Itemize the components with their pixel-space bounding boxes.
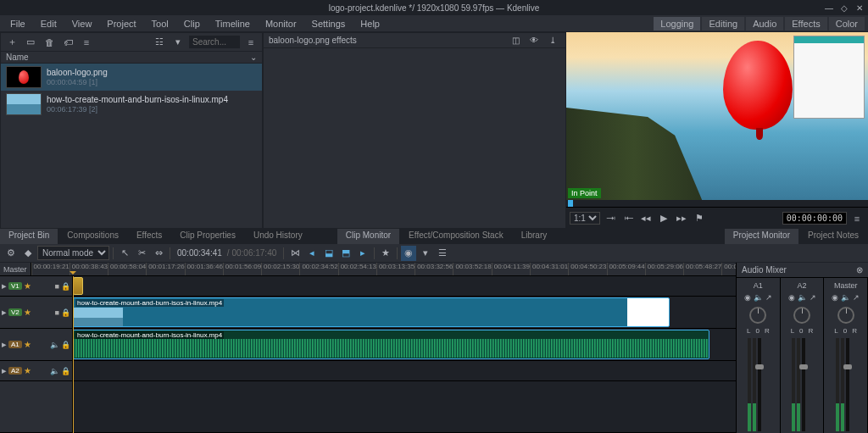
close-icon[interactable]: ✕	[854, 3, 865, 13]
channel-fader[interactable]	[836, 338, 856, 431]
folder-icon[interactable]: ▭	[23, 35, 38, 50]
set-out-icon[interactable]: ⭰	[620, 211, 636, 226]
workspace-tab-effects[interactable]: Effects	[785, 17, 826, 31]
panel-tab-effect-composition-stack[interactable]: Effect/Composition Stack	[400, 229, 513, 244]
timeline-position-timecode[interactable]: 00:00:34:41 / 00:06:17:40	[174, 248, 280, 258]
lock-icon[interactable]: 🔒	[61, 341, 70, 349]
lock-icon[interactable]: 🔒	[61, 282, 70, 291]
monitor-viewport[interactable]: In Point	[566, 32, 868, 200]
search-input[interactable]	[189, 36, 240, 48]
star-icon[interactable]: ★	[24, 308, 31, 317]
filter-icon[interactable]: ≡	[79, 35, 94, 50]
channel-fader[interactable]	[748, 338, 768, 431]
gear-icon[interactable]: ⚙	[3, 246, 19, 261]
mix-icon[interactable]: ⋈	[287, 246, 303, 261]
preview-render-icon[interactable]: ◉	[401, 246, 416, 261]
track-header-v1[interactable]: ▸ V1 ★ ■🔒	[0, 276, 73, 296]
delete-icon[interactable]: 🗑	[42, 35, 57, 50]
workspace-tab-color[interactable]: Color	[829, 17, 865, 31]
zone-out-icon[interactable]: ▸	[355, 246, 370, 261]
add-marker-icon[interactable]: ⚑	[692, 211, 707, 226]
rec-icon[interactable]: ↗	[810, 293, 816, 302]
preview-options-icon[interactable]: ▾	[418, 246, 433, 261]
panel-tab-compositions[interactable]: Compositions	[58, 229, 128, 244]
panel-tab-undo-history[interactable]: Undo History	[245, 229, 312, 244]
menu-view[interactable]: View	[65, 17, 99, 31]
add-clip-icon[interactable]: ＋	[4, 35, 19, 50]
set-in-icon[interactable]: ⭲	[603, 211, 618, 226]
mute-audio-icon[interactable]: 🔈	[50, 367, 59, 375]
pan-knob[interactable]	[793, 307, 810, 324]
channel-fader[interactable]	[792, 338, 812, 431]
menu-settings[interactable]: Settings	[305, 17, 353, 31]
bin-item[interactable]: how-to-create-mount-and-burn-isos-in-lin…	[1, 91, 262, 118]
clip-video-main[interactable]: how-to-create-mount-and-burn-isos-in-lin…	[73, 297, 670, 327]
expand-icon[interactable]: ▸	[2, 339, 7, 350]
show-audio-icon[interactable]: ☰	[435, 246, 450, 261]
monitor-timecode[interactable]: 00:00:00:00	[782, 212, 847, 225]
star-icon[interactable]: ★	[24, 340, 31, 349]
razor-tool-icon[interactable]: ✂	[134, 246, 149, 261]
panel-tab-project-notes[interactable]: Project Notes	[799, 229, 868, 244]
track-body-a1[interactable]: how-to-create-mount-and-burn-isos-in-lin…	[73, 329, 736, 360]
panel-tab-clip-properties[interactable]: Clip Properties	[171, 229, 245, 244]
timeline-ruler[interactable]: 00:00:19:2100:00:38:4300:00:58:0400:01:1…	[31, 263, 736, 275]
star-icon[interactable]: ★	[24, 366, 31, 375]
rec-icon[interactable]: ↗	[853, 293, 860, 302]
track-compositing-icon[interactable]: ◆	[20, 246, 36, 261]
solo-icon[interactable]: ◉	[744, 293, 751, 302]
menu-monitor[interactable]: Monitor	[259, 17, 303, 31]
monitor-options-icon[interactable]: ≡	[849, 211, 865, 226]
close-icon[interactable]: ⊗	[856, 265, 863, 275]
track-body-v1[interactable]	[73, 276, 736, 296]
bin-column-header[interactable]: Name ⌄	[1, 52, 262, 64]
mute-icon[interactable]: 🔈	[798, 293, 807, 302]
expand-icon[interactable]: ▸	[2, 307, 7, 318]
mute-video-icon[interactable]: ■	[55, 308, 59, 317]
menu-clip[interactable]: Clip	[177, 17, 207, 31]
lock-icon[interactable]: 🔒	[61, 367, 70, 375]
expand-icon[interactable]: ▸	[2, 280, 7, 291]
minimize-icon[interactable]: —	[824, 3, 834, 13]
monitor-zone-ruler[interactable]	[566, 200, 868, 207]
master-track-header[interactable]: Master	[0, 263, 31, 275]
menu-project[interactable]: Project	[100, 17, 142, 31]
star-icon[interactable]: ★	[24, 281, 31, 291]
mute-video-icon[interactable]: ■	[55, 282, 59, 291]
workspace-tab-audio[interactable]: Audio	[746, 17, 783, 31]
track-body-a2[interactable]	[73, 361, 736, 380]
bin-item[interactable]: baloon-logo.png00:00:04:59 [1]	[1, 64, 262, 91]
pan-knob[interactable]	[837, 307, 854, 324]
play-icon[interactable]: ▶	[656, 211, 671, 226]
overwrite-icon[interactable]: ⬓	[321, 246, 337, 261]
expand-icon[interactable]: ▸	[2, 365, 7, 376]
track-body-v2[interactable]: how-to-create-mount-and-burn-isos-in-lin…	[73, 297, 736, 328]
track-header-v2[interactable]: ▸ V2 ★ ■🔒	[0, 297, 73, 328]
monitor-zoom-select[interactable]: 1:1	[570, 212, 600, 225]
mute-audio-icon[interactable]: 🔈	[50, 341, 59, 349]
toggle-effects-icon[interactable]: 👁	[526, 33, 542, 48]
tag-icon[interactable]: 🏷	[60, 35, 75, 50]
zone-in-icon[interactable]: ◂	[304, 246, 320, 261]
maximize-icon[interactable]: ◇	[839, 3, 849, 13]
favorite-effects-icon[interactable]: ★	[378, 246, 393, 261]
rewind-icon[interactable]: ◂◂	[638, 211, 654, 226]
workspace-tab-editing[interactable]: Editing	[702, 17, 744, 31]
menu-timeline[interactable]: Timeline	[209, 17, 257, 31]
panel-tab-project-bin[interactable]: Project Bin	[0, 229, 58, 244]
split-view-icon[interactable]: ◫	[508, 33, 523, 48]
track-header-a2[interactable]: ▸ A2 ★ 🔈🔒	[0, 361, 73, 380]
options-icon[interactable]: ▾	[170, 35, 186, 50]
mute-icon[interactable]: 🔈	[841, 293, 850, 302]
solo-icon[interactable]: ◉	[832, 293, 838, 302]
panel-tab-clip-monitor[interactable]: Clip Monitor	[337, 229, 400, 244]
spacer-tool-icon[interactable]: ⇔	[151, 246, 166, 261]
pan-knob[interactable]	[749, 307, 766, 324]
mute-icon[interactable]: 🔈	[754, 293, 763, 302]
workspace-tab-logging[interactable]: Logging	[654, 17, 700, 31]
panel-tab-project-monitor[interactable]: Project Monitor	[725, 229, 799, 244]
view-mode-icon[interactable]: ☷	[152, 35, 167, 50]
lock-icon[interactable]: 🔒	[61, 308, 70, 317]
solo-icon[interactable]: ◉	[788, 293, 795, 302]
menu-icon[interactable]: ≡	[243, 35, 259, 50]
